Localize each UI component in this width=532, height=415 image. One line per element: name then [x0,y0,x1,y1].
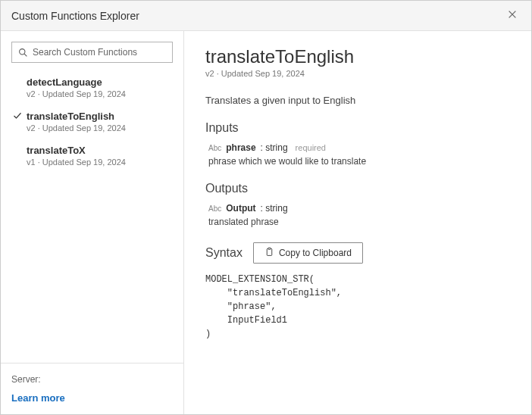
sidebar-footer: Server: Learn more [1,363,183,414]
function-list: detectLanguage v2 · Updated Sep 19, 2024… [11,72,173,174]
output-description: translated phrase [208,217,510,227]
input-required: required [296,143,326,152]
function-name: translateToX [27,145,168,156]
function-meta: v1 · Updated Sep 19, 2024 [27,158,168,167]
detail-panel: translateToEnglish v2 · Updated Sep 19, … [184,31,531,414]
syntax-row: Syntax Copy to Clipboard [205,242,510,264]
copy-to-clipboard-button[interactable]: Copy to Clipboard [253,242,363,264]
abc-icon: Abc [208,144,221,152]
input-description: phrase which we would like to translate [208,156,510,167]
check-icon [13,111,22,123]
output-param: Abc Output : string translated phrase [205,203,510,227]
sidebar-top: detectLanguage v2 · Updated Sep 19, 2024… [1,31,183,363]
dialog-body: detectLanguage v2 · Updated Sep 19, 2024… [1,31,531,414]
close-icon[interactable] [504,5,521,27]
input-type: : string [261,142,288,153]
svg-rect-2 [267,248,272,255]
function-item-detectLanguage[interactable]: detectLanguage v2 · Updated Sep 19, 2024 [11,72,173,106]
dialog-title: Custom Functions Explorer [11,10,139,22]
abc-icon: Abc [208,204,221,213]
output-type: : string [261,203,288,214]
function-name: detectLanguage [27,76,168,88]
server-label: Server: [11,374,173,385]
function-item-translateToEnglish[interactable]: translateToEnglish v2 · Updated Sep 19, … [11,106,173,140]
function-meta: v2 · Updated Sep 19, 2024 [27,89,168,98]
svg-line-1 [24,54,27,56]
copy-label: Copy to Clipboard [279,248,352,258]
syntax-heading: Syntax [205,246,243,260]
sidebar: detectLanguage v2 · Updated Sep 19, 2024… [1,31,184,414]
svg-point-0 [20,48,25,54]
input-name: phrase [226,142,255,153]
function-item-translateToX[interactable]: translateToX v1 · Updated Sep 19, 2024 [11,140,173,174]
svg-rect-3 [268,248,271,249]
function-meta: v2 · Updated Sep 19, 2024 [27,123,168,133]
output-name: Output [226,203,255,214]
function-name: translateToEnglish [27,111,168,122]
syntax-code: MODEL_EXTENSION_STR( "translateToEnglish… [205,273,510,341]
search-icon [18,48,28,58]
detail-description: Translates a given input to English [205,95,510,106]
input-signature: Abc phrase : string required [208,142,510,153]
input-param: Abc phrase : string required phrase whic… [205,142,510,167]
detail-meta: v2 · Updated Sep 19, 2024 [205,69,510,78]
inputs-heading: Inputs [205,121,510,135]
search-input[interactable] [33,47,166,58]
dialog-header: Custom Functions Explorer [1,1,531,31]
outputs-heading: Outputs [205,182,510,195]
learn-more-link[interactable]: Learn more [11,392,173,404]
output-signature: Abc Output : string [208,203,510,214]
detail-title: translateToEnglish [205,46,510,67]
clipboard-icon [264,247,274,259]
search-box[interactable] [11,42,173,63]
